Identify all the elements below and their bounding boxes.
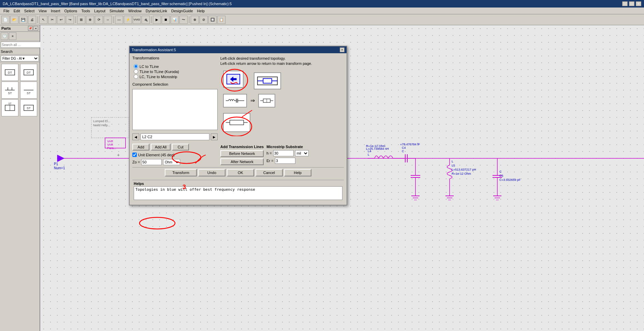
search-label: Search bbox=[1, 49, 13, 54]
menu-designguide[interactable]: DesignGuide bbox=[169, 8, 195, 14]
topology-arrow2: ⇒ bbox=[250, 97, 255, 104]
radio-lc-tline[interactable]: LC to TLine bbox=[134, 64, 216, 69]
menu-window[interactable]: Window bbox=[126, 8, 144, 14]
list-icon[interactable]: ≡ bbox=[9, 32, 16, 40]
part-item-st2[interactable]: ST bbox=[20, 82, 37, 99]
dialog-body: Transformations LC to TLine TLine to TLi… bbox=[130, 53, 347, 205]
pointer-btn[interactable]: ↖ bbox=[39, 16, 47, 24]
undo-btn[interactable]: Undo bbox=[198, 169, 225, 176]
dialog-titlebar[interactable]: Transformation Assistant:5 × bbox=[130, 46, 347, 53]
new-btn[interactable]: 📄 bbox=[1, 16, 10, 24]
parts-panel-header: Parts 📌 × bbox=[0, 25, 40, 32]
unit-element-checkbox[interactable] bbox=[132, 153, 137, 157]
part-item-filter[interactable]: ST bbox=[1, 99, 18, 116]
radio-group: LC to TLine TLine to TLine (Kuroda) LC, … bbox=[132, 63, 218, 80]
nav-prev-btn[interactable]: ◀ bbox=[132, 133, 139, 140]
part-item-dt[interactable]: DT bbox=[1, 64, 18, 81]
before-network-btn[interactable]: Before Network bbox=[220, 150, 264, 157]
zo-unit-select[interactable]: Ohm bbox=[163, 159, 180, 165]
part-item-st[interactable]: ST bbox=[1, 82, 18, 99]
menu-view[interactable]: View bbox=[36, 8, 49, 14]
filter-select[interactable]: Filter DG - Al▼ bbox=[1, 55, 39, 61]
topology-return-btn[interactable] bbox=[223, 71, 244, 88]
insert-comp-btn[interactable]: ⊞ bbox=[77, 16, 85, 24]
svg-text:R=1e-12 Ohm: R=1e-12 Ohm bbox=[366, 144, 385, 148]
menu-dynamiclink[interactable]: DynamicLink bbox=[144, 8, 169, 14]
trans-lines: Add Transmission Lines Before Network Af… bbox=[220, 145, 264, 165]
extra-btn2[interactable]: ⊘ bbox=[200, 16, 208, 24]
radio-tline-tline[interactable]: TLine to TLine (Kuroda) bbox=[134, 69, 216, 74]
extra-btn3[interactable]: 🔲 bbox=[208, 16, 217, 24]
svg-rect-88 bbox=[230, 120, 244, 125]
extra-btn1[interactable]: ⊗ bbox=[191, 16, 199, 24]
add-btn[interactable]: Add bbox=[132, 144, 149, 150]
svg-text:L=513.637217 pH: L=513.637217 pH bbox=[452, 168, 476, 171]
svg-text:P1: P1 bbox=[54, 162, 58, 166]
svg-text:Lumped El...: Lumped El... bbox=[93, 119, 111, 123]
ok-btn[interactable]: OK bbox=[227, 169, 254, 176]
part-item-filter2[interactable]: ST bbox=[20, 99, 37, 116]
sim-btn[interactable]: ▶ bbox=[153, 16, 161, 24]
er-input[interactable] bbox=[275, 158, 295, 164]
nav-next-btn[interactable]: ▶ bbox=[211, 133, 218, 140]
menu-edit[interactable]: Edit bbox=[12, 8, 22, 14]
panel-close-btn[interactable]: × bbox=[33, 26, 38, 31]
topology-item-1[interactable] bbox=[254, 72, 281, 89]
clock-icon[interactable]: 🕐 bbox=[1, 32, 8, 40]
cut-btn[interactable]: ✂ bbox=[48, 16, 56, 24]
component-select-area[interactable] bbox=[132, 89, 218, 130]
close-app-btn[interactable]: × bbox=[636, 1, 641, 6]
menu-file[interactable]: File bbox=[1, 8, 12, 14]
redo-btn[interactable]: ↪ bbox=[66, 16, 74, 24]
sep5 bbox=[189, 16, 189, 23]
plot-btn[interactable]: 📊 bbox=[171, 16, 179, 24]
menu-help[interactable]: Help bbox=[195, 8, 207, 14]
after-network-btn[interactable]: After Network bbox=[220, 158, 264, 165]
svg-text:C5: C5 bbox=[499, 174, 503, 177]
menu-layout[interactable]: Layout bbox=[92, 8, 107, 14]
maximize-btn[interactable]: □ bbox=[629, 1, 634, 6]
topology-resistor-item[interactable] bbox=[223, 113, 250, 132]
dialog-close-btn[interactable]: × bbox=[340, 47, 345, 52]
topology-tline-item[interactable] bbox=[258, 94, 275, 107]
trans-label: Add Transmission Lines bbox=[220, 145, 264, 149]
wire-btn[interactable]: — bbox=[115, 16, 123, 24]
cut-btn[interactable]: Cut bbox=[172, 144, 189, 150]
cancel-btn[interactable]: Cancel bbox=[255, 169, 283, 176]
ms-label: Microstrip Substrate bbox=[266, 145, 309, 149]
h-input[interactable] bbox=[273, 150, 294, 156]
menu-tools[interactable]: Tools bbox=[79, 8, 92, 14]
rotate-btn[interactable]: ⟳ bbox=[95, 16, 103, 24]
sep3 bbox=[113, 16, 114, 23]
stop-btn[interactable]: ⏹ bbox=[162, 16, 170, 24]
help-btn[interactable]: Help bbox=[284, 169, 311, 176]
canvas-area[interactable]: P1 Num=1 P2 Num=2 Lumped El... Need Help… bbox=[40, 25, 644, 331]
transform-btn[interactable]: Transform bbox=[165, 169, 197, 176]
h-unit-select[interactable]: mil bbox=[295, 150, 309, 156]
wave-btn[interactable]: 〜 bbox=[179, 16, 188, 24]
save-btn[interactable]: 💾 bbox=[19, 16, 27, 24]
undo-btn[interactable]: ↩ bbox=[57, 16, 65, 24]
zo-input[interactable] bbox=[141, 159, 162, 165]
mirror-btn[interactable]: ↔ bbox=[104, 16, 112, 24]
er-row: Er = bbox=[266, 158, 309, 164]
print-btn[interactable]: 🖨 bbox=[28, 16, 36, 24]
bus-btn[interactable]: ⚡ bbox=[124, 16, 132, 24]
extra-btn4[interactable]: 📋 bbox=[217, 16, 225, 24]
part-item-dt2[interactable]: DT bbox=[20, 64, 37, 81]
label-btn[interactable]: VVIO bbox=[133, 16, 141, 24]
search-input[interactable] bbox=[1, 42, 46, 48]
menu-options[interactable]: Options bbox=[62, 8, 79, 14]
port-btn[interactable]: 🔌 bbox=[142, 16, 150, 24]
menu-select[interactable]: Select bbox=[22, 8, 37, 14]
insert-wire-btn[interactable]: ⊕ bbox=[86, 16, 94, 24]
menu-simulate[interactable]: Simulate bbox=[107, 8, 126, 14]
add-all-btn[interactable]: Add All bbox=[151, 144, 171, 150]
open-btn[interactable]: 📂 bbox=[10, 16, 18, 24]
radio-lc-micro[interactable]: LC, TLine to Microstrip bbox=[134, 74, 216, 79]
panel-pin-btn[interactable]: 📌 bbox=[28, 26, 33, 31]
topology-lc-item[interactable] bbox=[223, 94, 247, 107]
svg-text:C4: C4 bbox=[402, 146, 406, 149]
minimize-btn[interactable]: − bbox=[622, 1, 628, 6]
menu-insert[interactable]: Insert bbox=[49, 8, 62, 14]
